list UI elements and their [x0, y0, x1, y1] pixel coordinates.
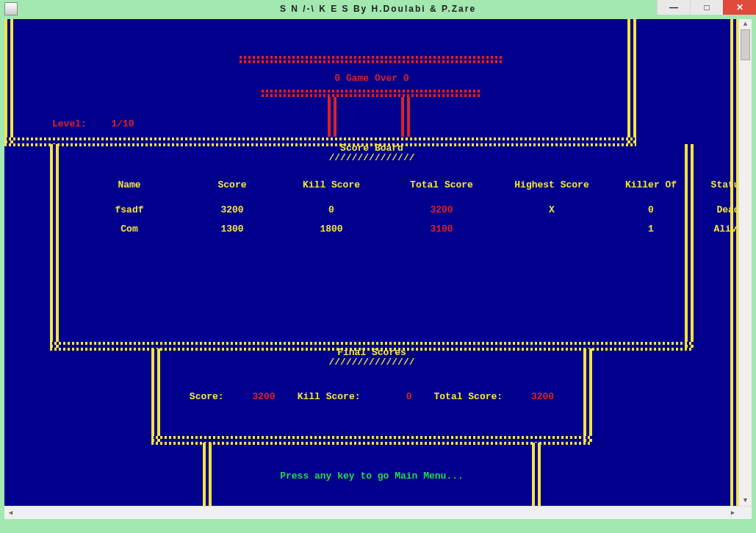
window-title: S N /-\ K E S By H.Doulabi & P.Zare [0, 4, 756, 14]
close-button[interactable]: ✕ [723, 0, 756, 15]
final-kill-label: Kill Score: [298, 391, 361, 402]
level-value: 1/10 [111, 118, 134, 129]
final-total-label: Total Score: [434, 391, 503, 402]
scrollbar-corner [739, 507, 752, 519]
banner-bottom-bar [262, 90, 482, 97]
scoreboard-header: Name Score Kill Score Total Score Highes… [71, 179, 673, 190]
cell-killer: 1 [607, 223, 695, 235]
window-titlebar: S N /-\ K E S By H.Doulabi & P.Zare — □ … [0, 0, 756, 18]
vertical-scrollbar[interactable]: ▲ ▼ [738, 19, 752, 506]
cell-name: Com [71, 223, 188, 235]
scroll-up-icon[interactable]: ▲ [739, 19, 752, 29]
cell-kill: 0 [276, 204, 386, 215]
scroll-right-icon[interactable]: ▶ [727, 507, 739, 519]
cell-name: fsadf [71, 204, 188, 215]
banner-top-bar [240, 56, 504, 63]
minimize-button[interactable]: — [657, 0, 690, 15]
finalbox-bottom-bar [151, 434, 592, 447]
cell-highest [497, 223, 607, 235]
final-score-value: 3200 [231, 391, 276, 402]
game-over-text: 0 Game Over 0 [4, 73, 739, 84]
cell-killer: 0 [607, 204, 695, 215]
final-total-value: 3200 [510, 391, 554, 402]
col-status: Status [695, 179, 739, 190]
banner-pillar [328, 97, 336, 137]
viewport: 0 Game Over 0 Level: 1/10 Score Board //… [4, 19, 752, 519]
continue-prompt: Press any key to go Main Menu... [4, 471, 739, 482]
window-buttons: — □ ✕ [657, 0, 756, 15]
col-highest: Highest Score [497, 179, 607, 190]
scroll-down-icon[interactable]: ▼ [739, 496, 752, 506]
col-score: Score [188, 179, 276, 190]
scoreboard-underline: /////////////// [4, 152, 739, 163]
horizontal-scrollbar[interactable]: ◀ ▶ [4, 506, 752, 519]
scrollbar-thumb[interactable] [741, 29, 750, 60]
cell-score: 1300 [188, 223, 276, 235]
col-kill: Kill Score [276, 179, 386, 190]
banner-pillar [401, 97, 410, 137]
col-total: Total Score [386, 179, 497, 190]
col-killer: Killer Of [607, 179, 695, 190]
maximize-button[interactable]: □ [690, 0, 723, 15]
cell-total: 3200 [386, 204, 497, 215]
scorebox-pillar [50, 144, 59, 348]
col-name: Name [71, 179, 188, 190]
final-kill-value: 0 [368, 391, 412, 402]
cell-status: Alive [695, 223, 739, 235]
scoreboard-row-2: Com 1300 1800 3100 1 Alive [71, 223, 673, 235]
scoreboard-row-1: fsadf 3200 0 3200 X 0 Dead [71, 204, 673, 215]
cell-highest: X [497, 204, 607, 215]
level-indicator: Level: 1/10 [52, 118, 134, 129]
scorebox-pillar [685, 144, 694, 348]
final-score-label: Score: [190, 391, 224, 402]
cell-total: 3100 [386, 223, 497, 235]
cell-score: 3200 [188, 204, 276, 215]
cell-status: Dead [695, 204, 739, 215]
final-scores-row: Score: 3200 Kill Score: 0 Total Score: 3… [159, 391, 585, 402]
game-canvas[interactable]: 0 Game Over 0 Level: 1/10 Score Board //… [4, 19, 739, 507]
cell-kill: 1800 [276, 223, 386, 235]
final-underline: /////////////// [4, 357, 739, 368]
scroll-left-icon[interactable]: ◀ [4, 507, 17, 519]
window-system-icon [4, 2, 18, 15]
level-label: Level: [52, 118, 87, 129]
